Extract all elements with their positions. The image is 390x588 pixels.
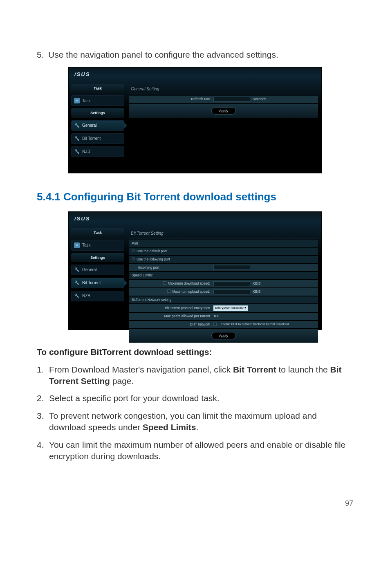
step-5-number: 5. — [37, 49, 48, 61]
max-upload-input[interactable] — [213, 290, 250, 294]
sidebar-item-label: General — [82, 123, 97, 128]
kbs-label: KB/S — [253, 281, 260, 286]
step-1: From Download Master's navigation panel,… — [37, 364, 353, 387]
radio-label: Use the default port — [137, 249, 167, 253]
max-download-label: Maximum download speed: — [168, 281, 210, 285]
max-download-input[interactable] — [213, 281, 250, 286]
sidebar-item-bittorrent[interactable]: 🔧 Bit Torrent — [71, 278, 124, 288]
content-panel: Bit Torrent Setting Port Use the default… — [129, 228, 318, 343]
row-incoming-port: Incoming port — [129, 264, 318, 271]
sidebar-item-label: Task — [82, 98, 91, 104]
sidebar-item-general[interactable]: 🔧 General — [71, 120, 124, 131]
apply-button[interactable]: Apply — [211, 332, 236, 339]
sidebar-item-label: Bit Torrent — [82, 136, 101, 141]
radio-icon — [132, 249, 135, 252]
step-text: Select a specific port for your download… — [49, 393, 220, 403]
sidebar-item-nzb[interactable]: 🔧 NZB — [71, 146, 124, 157]
row-max-download: Maximum download speed: KB/S — [129, 280, 318, 287]
screenshot-bittorrent-setting: /SUS Task ≡ Task Settings 🔧 General 🔧 Bi… — [68, 211, 322, 330]
step-text: to launch the — [276, 365, 330, 374]
sidebar-item-label: General — [82, 267, 97, 273]
panel-title: Bit Torrent Setting — [129, 228, 318, 238]
radio-default-port[interactable]: Use the default port — [129, 248, 318, 255]
row-dht: DHT network Enable DHT to activate track… — [129, 321, 318, 328]
radio-icon — [132, 257, 135, 260]
incoming-port-input[interactable] — [213, 265, 250, 270]
asus-logo: /SUS — [74, 215, 90, 222]
apply-wrap: Apply — [129, 104, 318, 118]
step-5-text: Use the navigation panel to configure th… — [48, 49, 278, 61]
sidebar-item-nzb[interactable]: 🔧 NZB — [71, 291, 124, 301]
sidebar-task-header: Task — [71, 228, 124, 237]
steps-list: From Download Master's navigation panel,… — [37, 364, 353, 462]
row-max-peers: Max peers allowed per torrent 100 — [129, 313, 318, 320]
asus-logo: /SUS — [74, 71, 90, 78]
wrench-icon: 🔧 — [74, 136, 80, 141]
sidebar-item-general[interactable]: 🔧 General — [71, 265, 124, 275]
dht-label: DHT network — [132, 322, 213, 327]
max-peers-value: 100 — [213, 314, 219, 319]
step-bold: Bit Torrent — [233, 365, 276, 374]
sub-heading: To configure BitTorrent download setting… — [37, 346, 353, 358]
sidebar-settings-header: Settings — [71, 108, 124, 117]
seconds-label: Seconds — [253, 97, 266, 101]
sidebar: Task ≡ Task Settings 🔧 General 🔧 Bit Tor… — [71, 228, 124, 303]
step-text: From Download Master's navigation panel,… — [49, 365, 233, 374]
step-5: 5. Use the navigation panel to configure… — [37, 49, 353, 61]
kbs-label: KB/S — [253, 290, 260, 294]
step-4: You can limit the maximum number of allo… — [37, 439, 353, 462]
sidebar-item-label: Task — [82, 242, 91, 248]
wrench-icon: 🔧 — [74, 280, 80, 286]
speed-limits-header: Speed Limits: — [129, 272, 318, 279]
step-text: . — [196, 422, 199, 432]
content-panel: General Setting Refresh rate Seconds App… — [129, 84, 318, 118]
section-heading: 5.4.1 Configuring Bit Torrent download s… — [37, 190, 353, 204]
encryption-label: BitTorrent protocol encryption — [132, 306, 213, 310]
max-peers-label: Max peers allowed per torrent — [132, 314, 213, 319]
checkbox-icon[interactable] — [163, 281, 166, 285]
sidebar: Task ≡ Task Settings 🔧 General 🔧 Bit Tor… — [71, 84, 124, 159]
page-number: 97 — [345, 499, 353, 507]
panel-title: General Setting — [129, 84, 318, 94]
step-3: To prevent network congestion, you can l… — [37, 410, 353, 433]
sidebar-item-task[interactable]: ≡ Task — [71, 240, 124, 251]
sidebar-item-task[interactable]: ≡ Task — [71, 95, 124, 106]
page-footer: 97 — [37, 495, 353, 508]
sidebar-item-label: NZB — [82, 293, 90, 299]
wrench-icon: 🔧 — [74, 267, 80, 273]
incoming-port-label: Incoming port — [132, 265, 213, 270]
apply-button[interactable]: Apply — [211, 107, 236, 114]
row-refresh-rate: Refresh rate Seconds — [129, 96, 318, 103]
row-encryption: BitTorrent protocol encryption Encryptio… — [129, 304, 318, 312]
refresh-rate-label: Refresh rate — [132, 97, 213, 101]
screenshot-general-setting: /SUS Task ≡ Task Settings 🔧 General 🔧 Bi… — [68, 67, 322, 173]
radio-label: Use the following port — [137, 257, 170, 261]
wrench-icon: 🔧 — [74, 293, 80, 299]
refresh-rate-input[interactable] — [213, 97, 250, 102]
sidebar-item-label: Bit Torrent — [82, 280, 101, 286]
checkbox-icon[interactable] — [213, 323, 217, 326]
dht-note: Enable DHT to activate trackless torrent… — [221, 322, 290, 326]
checkbox-icon[interactable] — [167, 290, 170, 293]
sidebar-settings-header: Settings — [71, 253, 124, 262]
row-max-upload: Maximum upload speed: KB/S — [129, 288, 318, 296]
max-upload-label: Maximum upload speed: — [172, 290, 210, 294]
task-icon: ≡ — [74, 242, 80, 248]
sidebar-item-label: NZB — [82, 149, 90, 155]
step-text: You can limit the maximum number of allo… — [49, 440, 345, 461]
step-bold: Speed Limits — [143, 422, 196, 432]
step-2: Select a specific port for your download… — [37, 393, 353, 404]
radio-following-port[interactable]: Use the following port — [129, 256, 318, 263]
sidebar-item-bittorrent[interactable]: 🔧 Bit Torrent — [71, 133, 124, 144]
step-text: page. — [110, 376, 134, 386]
network-setting-header: BitTorrent Network setting — [129, 296, 318, 303]
apply-wrap: Apply — [129, 329, 318, 343]
wrench-icon: 🔧 — [74, 123, 80, 128]
port-header: Port — [129, 240, 318, 247]
wrench-icon: 🔧 — [74, 149, 80, 155]
encryption-select[interactable]: Encryption disabled ▾ — [213, 305, 248, 311]
task-icon: ≡ — [74, 98, 80, 103]
sidebar-task-header: Task — [71, 84, 124, 93]
